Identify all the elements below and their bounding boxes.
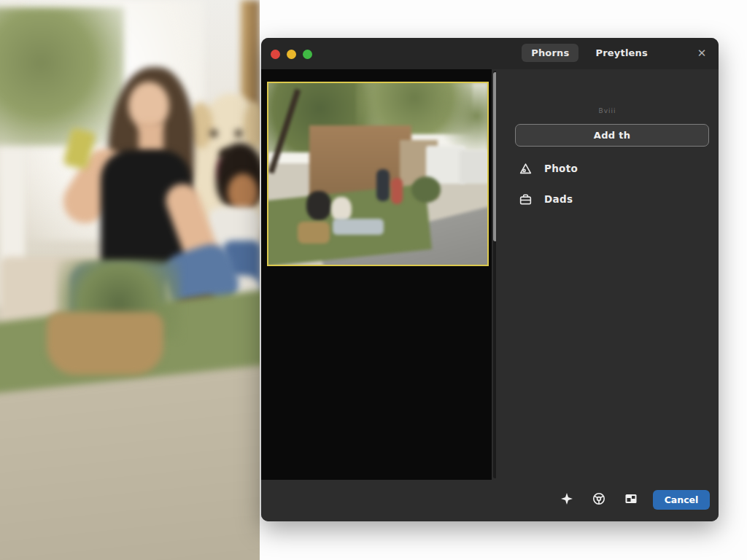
- hanging-plant: [0, 7, 124, 146]
- thumb-person: [331, 197, 352, 222]
- close-window-button[interactable]: [271, 50, 280, 59]
- panel-hint-text: Bviii: [496, 107, 719, 114]
- dog-eye: [235, 130, 242, 137]
- tab-projects[interactable]: Preytlens: [586, 44, 657, 62]
- zoom-window-button[interactable]: [303, 50, 312, 59]
- tab-bar: Phorns Preytlens: [522, 44, 657, 62]
- thumb-van: [460, 150, 489, 184]
- screen: Phorns Preytlens ✕: [0, 0, 747, 560]
- media-grid-panel: [261, 69, 492, 480]
- add-button[interactable]: Add th: [515, 124, 709, 147]
- woman-neck: [139, 122, 163, 152]
- globe-icon[interactable]: [592, 491, 606, 506]
- image-icon[interactable]: [624, 491, 638, 506]
- window-controls: [271, 50, 312, 59]
- thumb-person: [376, 169, 390, 201]
- footer-icons: [560, 491, 638, 506]
- list-item-label: Photo: [544, 163, 578, 174]
- list-item-label: Dads: [544, 193, 573, 205]
- side-panel: Bviii Add th Photo: [496, 69, 719, 480]
- briefcase-icon: [518, 192, 533, 206]
- dog-ear: [244, 102, 260, 149]
- gravel-path: [0, 363, 260, 560]
- tab-photos[interactable]: Phorns: [522, 44, 578, 62]
- background-photo: [0, 0, 260, 560]
- list-item-dads[interactable]: Dads: [518, 192, 573, 206]
- thumb-person: [306, 191, 331, 220]
- dialog-header: Phorns Preytlens ✕: [261, 38, 719, 69]
- woven-basket: [47, 312, 163, 375]
- dialog-footer: Cancel: [261, 480, 719, 521]
- list-item-photo[interactable]: Photo: [518, 161, 578, 176]
- thumb-basket: [298, 222, 330, 244]
- minimize-window-button[interactable]: [287, 50, 296, 59]
- thumb-picnic-blanket: [333, 219, 384, 235]
- thumb-tree-canopy: [436, 82, 489, 156]
- cancel-button[interactable]: Cancel: [653, 490, 710, 510]
- photo-triangle-icon: [518, 161, 533, 176]
- thumb-shrub: [411, 176, 441, 203]
- dog-eye: [210, 130, 217, 137]
- sparkle-icon[interactable]: [560, 491, 574, 506]
- selected-photo-thumbnail[interactable]: [267, 82, 489, 266]
- child-face: [228, 174, 258, 211]
- close-icon[interactable]: ✕: [694, 45, 710, 61]
- photos-picker-dialog: Phorns Preytlens ✕: [261, 38, 719, 521]
- thumb-person: [391, 178, 403, 204]
